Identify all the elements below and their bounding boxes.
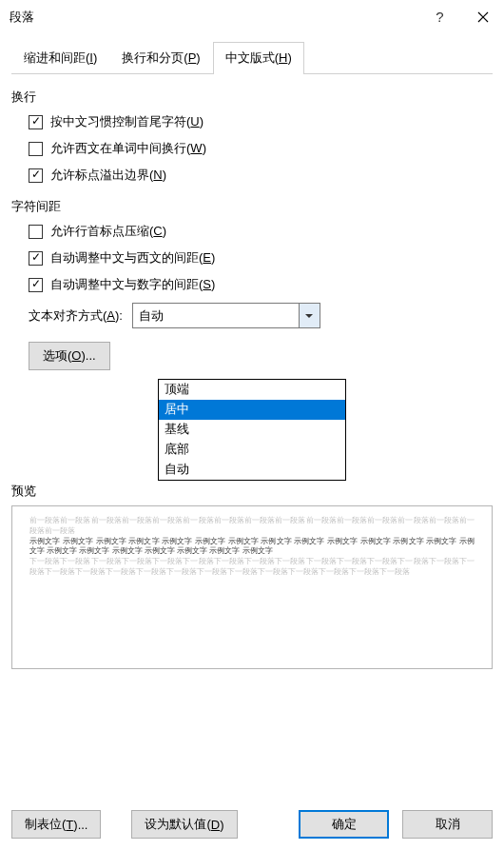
preview-text-before: 前一段落前一段落前一段落前一段落前一段落前一段落前一段落前一段落前一段落前一段落… [29, 516, 475, 535]
checkbox-compress-punct-label: 允许行首标点压缩(C) [50, 223, 166, 240]
checkbox-row-cjk-latin-space[interactable]: 自动调整中文与西文的间距(E) [29, 249, 493, 267]
text-align-value: 自动 [139, 307, 164, 325]
preview-text-after: 下一段落下一段落下一段落下一段落下一段落下一段落下一段落下一段落下一段落下一段落… [29, 557, 475, 576]
checkbox-hanging-punct[interactable] [29, 168, 43, 183]
tabs-button[interactable]: 制表位(T)... [11, 810, 101, 839]
checkbox-row-kinsoku[interactable]: 按中文习惯控制首尾字符(U) [29, 113, 493, 130]
cancel-button[interactable]: 取消 [402, 810, 493, 839]
checkbox-kinsoku-label: 按中文习惯控制首尾字符(U) [50, 113, 204, 130]
tab-strip: 缩进和间距(I) 换行和分页(P) 中文版式(H) [11, 41, 493, 74]
checkbox-cjk-latin-space[interactable] [29, 251, 43, 266]
group-line-break: 换行 按中文习惯控制首尾字符(U) 允许西文在单词中间换行(W) 允许标点溢出边… [11, 89, 493, 184]
text-align-combo[interactable]: 自动 [132, 303, 320, 328]
group-char-spacing: 字符间距 允许行首标点压缩(C) 自动调整中文与西文的间距(E) 自动调整中文与… [11, 198, 493, 370]
preview-label: 预览 [11, 483, 493, 500]
checkbox-row-hanging-punct[interactable]: 允许标点溢出边界(N) [29, 167, 493, 184]
preview-text-sample: 示例文字 示例文字 示例文字 示例文字 示例文字 示例文字 示例文字 示例文字 … [29, 537, 475, 556]
dialog-footer: 制表位(T)... 设为默认值(D) 确定 取消 [11, 810, 493, 839]
tab-indent-spacing[interactable]: 缩进和间距(I) [11, 42, 109, 74]
chevron-down-icon[interactable] [299, 304, 320, 327]
help-button[interactable]: ? [418, 0, 461, 33]
checkbox-cjk-latin-space-label: 自动调整中文与西文的间距(E) [50, 249, 215, 267]
align-option-auto[interactable]: 自动 [159, 460, 345, 480]
tab-line-page-breaks[interactable]: 换行和分页(P) [109, 42, 212, 74]
ok-button[interactable]: 确定 [299, 810, 389, 839]
close-icon [477, 11, 489, 23]
tab-asian-typography[interactable]: 中文版式(H) [213, 42, 304, 74]
checkbox-cjk-number-space-label: 自动调整中文与数字的间距(S) [50, 276, 215, 293]
checkbox-row-compress-punct[interactable]: 允许行首标点压缩(C) [29, 223, 493, 240]
text-align-dropdown[interactable]: 顶端 居中 基线 底部 自动 [158, 379, 346, 481]
preview-box: 前一段落前一段落前一段落前一段落前一段落前一段落前一段落前一段落前一段落前一段落… [11, 505, 493, 669]
titlebar: 段落 ? [0, 0, 504, 33]
align-option-center[interactable]: 居中 [159, 400, 345, 420]
align-option-baseline[interactable]: 基线 [159, 420, 345, 440]
checkbox-hanging-punct-label: 允许标点溢出边界(N) [50, 167, 166, 184]
checkbox-row-cjk-number-space[interactable]: 自动调整中文与数字的间距(S) [29, 276, 493, 293]
group-char-spacing-label: 字符间距 [11, 198, 493, 215]
checkbox-cjk-number-space[interactable] [29, 278, 43, 292]
checkbox-latin-wrap-label: 允许西文在单词中间换行(W) [50, 140, 206, 157]
text-align-label: 文本对齐方式(A): [29, 307, 123, 325]
set-default-button[interactable]: 设为默认值(D) [131, 810, 237, 839]
checkbox-latin-wrap[interactable] [29, 142, 43, 156]
checkbox-row-latin-wrap[interactable]: 允许西文在单词中间换行(W) [29, 140, 493, 157]
dialog-title: 段落 [10, 9, 418, 26]
close-button[interactable] [461, 0, 504, 33]
options-button[interactable]: 选项(O)... [29, 342, 110, 370]
group-line-break-label: 换行 [11, 89, 493, 106]
align-option-bottom[interactable]: 底部 [159, 440, 345, 460]
checkbox-compress-punct[interactable] [29, 225, 43, 239]
text-align-row: 文本对齐方式(A): 自动 [29, 303, 493, 328]
checkbox-kinsoku[interactable] [29, 115, 43, 129]
align-option-top[interactable]: 顶端 [159, 380, 345, 400]
